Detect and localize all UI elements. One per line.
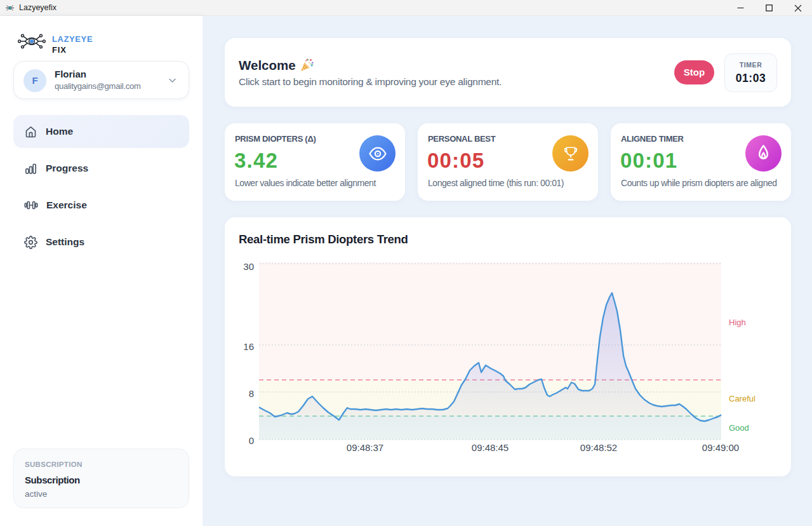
svg-text:09:48:45: 09:48:45 bbox=[472, 442, 509, 453]
svg-text:Careful: Careful bbox=[729, 394, 755, 403]
svg-text:30: 30 bbox=[243, 261, 254, 272]
svg-text:High: High bbox=[729, 318, 746, 327]
svg-text:Good: Good bbox=[729, 423, 749, 433]
svg-text:09:48:52: 09:48:52 bbox=[580, 442, 617, 453]
svg-text:09:49:00: 09:49:00 bbox=[702, 442, 739, 453]
svg-text:0: 0 bbox=[249, 435, 254, 446]
svg-text:8: 8 bbox=[249, 388, 254, 399]
svg-text:16: 16 bbox=[243, 341, 254, 352]
svg-text:09:48:37: 09:48:37 bbox=[347, 442, 383, 453]
